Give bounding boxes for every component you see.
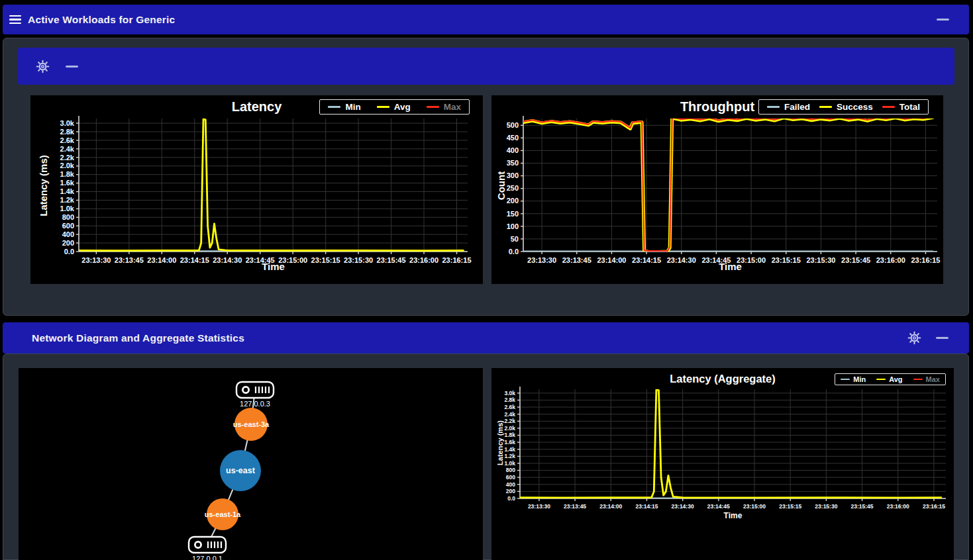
throughput-plot: 0.05010015020025030035040045050023:13:30…	[491, 95, 943, 284]
legend-item-failed[interactable]: Failed	[767, 102, 810, 112]
latency-chart-card: 0.02004006008001.0k1.2k1.4k1.6k1.8k2.0k2…	[30, 95, 483, 284]
throughput-legend: FailedSuccessTotal	[758, 99, 929, 115]
x-axis-label: Time	[523, 261, 937, 272]
y-tick-label: 3.0k	[504, 390, 515, 397]
legend-item-min[interactable]: Min	[328, 102, 360, 112]
legend-item-max[interactable]: Max	[913, 375, 940, 383]
x-tick-label: 23:13:30	[528, 503, 550, 510]
legend-dash-icon	[913, 379, 923, 381]
x-tick-label: 23:14:45	[707, 503, 730, 510]
node-label: us-east-3a	[233, 420, 270, 428]
network-diagram-card: 127.0.0.3us-east-3aus-eastus-east-1a127.…	[19, 368, 483, 560]
x-tick-label: 23:14:15	[635, 503, 658, 510]
latency-aggregate-chart-card: 0.02004006008001.0k1.2k1.4k1.6k1.8k2.0k2…	[491, 368, 954, 560]
y-tick-label: 450	[507, 134, 519, 142]
y-tick-label: 2.4k	[504, 411, 515, 418]
legend-label: Success	[837, 102, 873, 112]
y-tick-label: 200	[62, 239, 74, 247]
y-axis-label: Count	[495, 119, 507, 252]
x-tick-label: 23:16:15	[923, 503, 945, 510]
y-tick-label: 150	[507, 210, 519, 218]
y-tick-label: 500	[507, 121, 519, 129]
y-tick-label: 50	[511, 235, 519, 243]
legend-item-total[interactable]: Total	[882, 102, 920, 112]
node-label: us-east	[226, 466, 256, 475]
y-tick-label: 1.0k	[504, 460, 515, 467]
legend-dash-icon	[767, 106, 780, 108]
y-tick-label: 800	[62, 213, 74, 221]
x-tick-label: 23:13:45	[564, 503, 586, 510]
legend-dash-icon	[882, 106, 895, 108]
node-label: 127.0.0.1	[192, 555, 223, 560]
legend-dash-icon	[427, 106, 439, 108]
y-tick-label: 2.2k	[504, 418, 515, 424]
network-node-127-0-0-3[interactable]: 127.0.0.3	[236, 382, 274, 408]
y-tick-label: 0.0	[509, 248, 519, 256]
legend-item-avg[interactable]: Avg	[876, 375, 902, 383]
y-tick-label: 2.6k	[60, 136, 75, 144]
legend-item-success[interactable]: Success	[819, 102, 873, 112]
network-node-127-0-0-1[interactable]: 127.0.0.1	[189, 537, 226, 560]
latency-aggregate-plot: 0.02004006008001.0k1.2k1.4k1.6k1.8k2.0k2…	[491, 368, 954, 560]
x-tick-label: 23:15:30	[815, 503, 837, 510]
y-tick-label: 3.0k	[60, 119, 75, 127]
y-tick-label: 350	[507, 159, 519, 167]
legend-item-max[interactable]: Max	[427, 102, 461, 112]
network-section-title: Network Diagram and Aggregate Statistics	[32, 332, 244, 344]
legend-label: Avg	[889, 375, 902, 383]
window-minimize-icon[interactable]	[937, 19, 949, 21]
legend-item-min[interactable]: Min	[841, 375, 866, 383]
y-tick-label: 100	[507, 222, 519, 230]
series-avg	[520, 390, 941, 498]
y-tick-label: 200	[507, 197, 519, 205]
x-tick-label: 23:15:45	[851, 503, 874, 510]
y-tick-label: 300	[507, 171, 519, 179]
legend-dash-icon	[876, 379, 886, 381]
legend-label: Failed	[784, 102, 810, 112]
legend-item-avg[interactable]: Avg	[377, 102, 411, 112]
y-tick-label: 1.0k	[60, 205, 75, 212]
network-node-us-east[interactable]: us-east	[220, 450, 261, 491]
gear-icon[interactable]	[35, 59, 50, 73]
x-tick-label: 23:15:00	[743, 503, 766, 510]
y-tick-label: 2.0k	[504, 425, 515, 432]
y-tick-label: 600	[506, 474, 515, 481]
workloads-panel-header	[18, 48, 954, 85]
y-tick-label: 2.6k	[504, 404, 515, 410]
y-tick-label: 2.2k	[60, 154, 75, 162]
legend-label: Max	[444, 102, 461, 112]
hamburger-icon[interactable]	[9, 13, 21, 26]
y-axis-label: Latency (ms)	[496, 389, 504, 498]
legend-label: Total	[899, 102, 920, 112]
y-tick-label: 1.8k	[504, 432, 515, 438]
legend-label: Min	[345, 102, 360, 112]
network-node-us-east-1a[interactable]: us-east-1a	[205, 498, 241, 530]
window-title-bar: Active Workloads for Generic	[3, 5, 969, 34]
panel-collapse-icon[interactable]	[66, 66, 78, 68]
node-label: us-east-1a	[205, 510, 241, 518]
y-tick-label: 400	[506, 481, 515, 488]
y-tick-label: 1.2k	[504, 453, 515, 459]
y-tick-label: 2.8k	[60, 128, 75, 136]
window-title: Active Workloads for Generic	[28, 14, 175, 26]
y-tick-label: 600	[62, 222, 74, 230]
y-tick-label: 1.6k	[504, 439, 515, 445]
y-tick-label: 250	[507, 184, 519, 192]
legend-label: Avg	[394, 102, 411, 112]
legend-label: Min	[853, 375, 866, 383]
y-axis-label: Latency (ms)	[38, 119, 49, 252]
node-label: 127.0.0.3	[240, 400, 270, 408]
network-node-us-east-3a[interactable]: us-east-3a	[233, 408, 270, 441]
panel-collapse-icon[interactable]	[936, 337, 948, 339]
legend-dash-icon	[841, 379, 850, 381]
x-tick-label: 23:14:00	[599, 503, 622, 510]
y-tick-label: 1.4k	[60, 187, 75, 195]
y-tick-label: 800	[506, 467, 515, 473]
gear-icon[interactable]	[907, 331, 921, 346]
y-tick-label: 1.8k	[60, 170, 75, 178]
legend-dash-icon	[377, 106, 389, 108]
y-tick-label: 2.0k	[60, 162, 75, 169]
x-tick-label: 23:15:15	[779, 503, 801, 510]
x-axis-label: Time	[79, 261, 468, 272]
y-tick-label: 2.4k	[60, 145, 75, 153]
